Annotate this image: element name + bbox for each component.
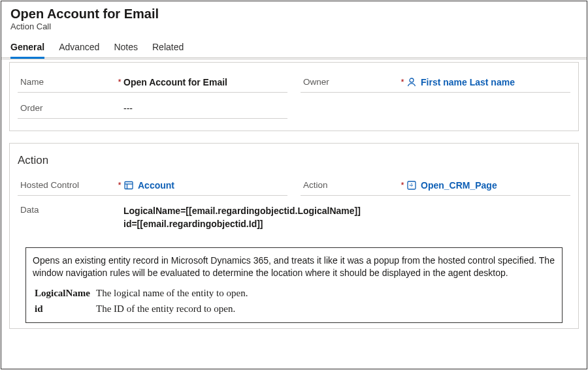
action-section: Action Hosted Control * Account bbox=[9, 143, 579, 329]
tab-related[interactable]: Related bbox=[152, 42, 184, 57]
param-row: id The ID of the entity record to open. bbox=[34, 301, 248, 316]
hosted-control-lookup[interactable]: Account bbox=[123, 180, 287, 191]
param-name: id bbox=[34, 301, 94, 316]
entity-icon bbox=[123, 180, 134, 191]
required-marker: * bbox=[116, 77, 123, 87]
data-label: Data bbox=[18, 205, 116, 215]
action-label: Action bbox=[301, 180, 399, 190]
tab-notes[interactable]: Notes bbox=[114, 42, 138, 57]
order-label: Order bbox=[18, 103, 116, 113]
data-field[interactable]: Data LogicalName=[[email.regardingobject… bbox=[18, 202, 570, 234]
action-icon bbox=[406, 180, 417, 191]
tab-general[interactable]: General bbox=[10, 42, 44, 57]
name-value: Open Account for Email bbox=[123, 77, 287, 87]
person-icon bbox=[406, 77, 417, 87]
action-lookup[interactable]: Open_CRM_Page bbox=[406, 180, 570, 191]
required-marker: * bbox=[399, 180, 406, 190]
action-section-title: Action bbox=[18, 154, 570, 167]
action-field[interactable]: Action * Open_CRM_Page bbox=[301, 176, 570, 196]
hosted-control-value: Account bbox=[138, 180, 174, 191]
param-row: LogicalName The logical name of the enti… bbox=[34, 286, 248, 300]
param-desc: The logical name of the entity to open. bbox=[95, 286, 248, 300]
name-field[interactable]: Name * Open Account for Email bbox=[18, 73, 287, 93]
tab-bar: General Advanced Notes Related bbox=[1, 31, 587, 59]
tab-advanced[interactable]: Advanced bbox=[59, 42, 99, 57]
documentation-text: Opens an existing entity record in Micro… bbox=[33, 254, 555, 279]
general-section: Name * Open Account for Email Owner * bbox=[9, 62, 579, 131]
data-value: LogicalName=[[email.regardingobjectid.Lo… bbox=[123, 205, 570, 230]
order-field[interactable]: Order --- bbox=[18, 99, 287, 119]
page-title: Open Account for Email bbox=[10, 7, 578, 22]
order-value: --- bbox=[123, 103, 287, 114]
owner-label: Owner bbox=[301, 77, 399, 87]
owner-lookup[interactable]: First name Last name bbox=[406, 77, 570, 87]
required-marker: * bbox=[399, 77, 406, 87]
svg-point-0 bbox=[410, 78, 414, 82]
param-name: LogicalName bbox=[34, 286, 94, 300]
name-label: Name bbox=[18, 77, 116, 87]
action-value: Open_CRM_Page bbox=[421, 180, 497, 191]
owner-field[interactable]: Owner * First name Last name bbox=[301, 73, 570, 93]
hosted-control-label: Hosted Control bbox=[18, 180, 116, 190]
required-marker: * bbox=[116, 180, 123, 190]
param-desc: The ID of the entity record to open. bbox=[95, 301, 248, 316]
svg-rect-1 bbox=[125, 181, 133, 189]
parameters-table: LogicalName The logical name of the enti… bbox=[33, 285, 250, 318]
entity-type-label: Action Call bbox=[10, 22, 578, 31]
hosted-control-field[interactable]: Hosted Control * Account bbox=[18, 176, 287, 196]
owner-value: First name Last name bbox=[421, 77, 515, 87]
documentation-panel: Opens an existing entity record in Micro… bbox=[25, 247, 563, 323]
